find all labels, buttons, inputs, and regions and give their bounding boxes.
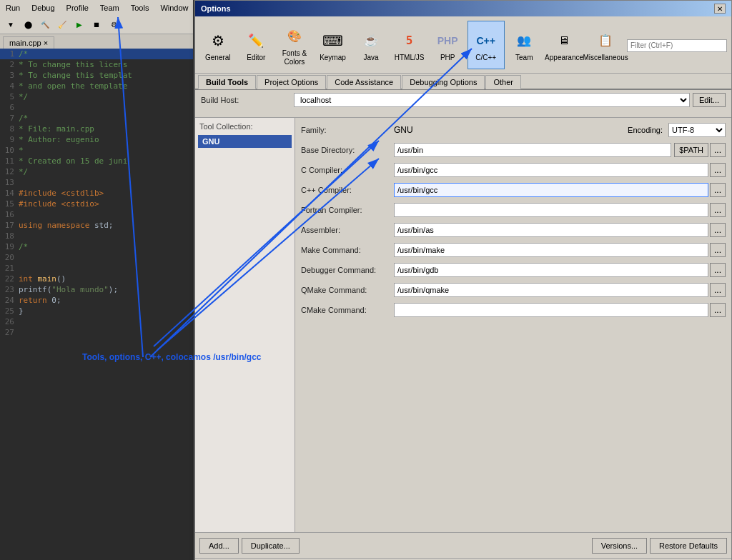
toolbar-btn-6[interactable]: ⚙ — [106, 18, 122, 32]
duplicate-button[interactable]: Duplicate... — [242, 538, 300, 554]
general-icon: ⚙ — [207, 29, 229, 52]
bottom-bar: Add... Duplicate... Versions... Restore … — [195, 532, 731, 558]
filter-input[interactable] — [627, 39, 727, 52]
icon-fonts-colors[interactable]: 🎨 Fonts & Colors — [276, 21, 313, 69]
c-compiler-browse[interactable]: ... — [710, 163, 726, 177]
qmake-command-browse[interactable]: ... — [710, 283, 726, 297]
debugger-command-input[interactable] — [394, 263, 708, 277]
debugger-command-browse[interactable]: ... — [710, 263, 726, 277]
qmake-command-row: QMake Command: ... — [301, 282, 726, 298]
qmake-command-input[interactable] — [394, 283, 708, 297]
assembler-row: Assembler: ... — [301, 222, 726, 238]
tab-debugging-options[interactable]: Debugging Options — [402, 75, 485, 89]
cpp-compiler-input-group: ... — [394, 183, 726, 197]
icon-keymap[interactable]: ⌨ Keymap — [315, 21, 352, 69]
fortran-compiler-browse[interactable]: ... — [710, 203, 726, 217]
family-row: Family: GNU Encoding: UTF-8 — [301, 122, 726, 138]
run-btn[interactable]: ▶ — [71, 18, 87, 32]
encoding-combo[interactable]: UTF-8 — [668, 123, 726, 137]
base-directory-row: Base Directory: $PATH ... — [301, 142, 726, 158]
menu-run[interactable]: Run — [3, 2, 23, 14]
build-host-label: Build Host: — [201, 96, 294, 104]
c-compiler-label: C Compiler: — [301, 166, 394, 174]
icon-appearance[interactable]: 🖥 Appearance — [544, 21, 584, 69]
editor-label: Editor — [247, 54, 265, 62]
java-icon: ☕ — [360, 29, 382, 52]
build-host-row: Build Host: localhost Edit... — [201, 93, 726, 110]
make-command-row: Make Command: ... — [301, 242, 726, 258]
editor-icon: ✏️ — [244, 29, 267, 52]
qmake-command-input-group: ... — [394, 283, 726, 297]
php-icon: PHP — [436, 29, 459, 52]
toolbar-btn-5[interactable]: ⏹ — [89, 18, 104, 32]
bottom-bar-left: Add... Duplicate... — [199, 538, 300, 554]
code-editor-area: Run Debug Profile Team Tools Window Help… — [0, 0, 193, 560]
file-tab[interactable]: main.cpp × — [3, 36, 54, 49]
c-compiler-input[interactable] — [394, 163, 708, 177]
icon-editor[interactable]: ✏️ Editor — [238, 21, 275, 69]
cmake-command-row: CMake Command: ... — [301, 302, 726, 318]
toolbar-btn-2[interactable]: ⬤ — [20, 18, 36, 32]
tab-code-assistance[interactable]: Code Assistance — [327, 75, 401, 89]
misc-icon: 📋 — [594, 29, 617, 52]
debugger-command-label: Debugger Command: — [301, 266, 394, 274]
cpp-compiler-label: C++ Compiler: — [301, 186, 394, 194]
icon-team[interactable]: 👥 Team — [506, 21, 543, 69]
build-host-combo[interactable]: localhost — [294, 93, 690, 107]
assembler-browse[interactable]: ... — [710, 223, 726, 237]
icon-cpp[interactable]: C++ C/C++ — [468, 21, 505, 69]
make-command-input[interactable] — [394, 243, 708, 257]
menu-debug[interactable]: Debug — [29, 2, 57, 14]
cmake-command-input[interactable] — [394, 303, 708, 317]
icon-general[interactable]: ⚙ General — [199, 21, 237, 69]
cpp-compiler-input[interactable] — [394, 183, 708, 197]
menu-window[interactable]: Window — [157, 2, 191, 14]
base-directory-browse[interactable]: ... — [710, 143, 726, 157]
versions-button[interactable]: Versions... — [592, 538, 647, 554]
base-directory-input[interactable] — [394, 143, 671, 157]
tab-project-options[interactable]: Project Options — [257, 75, 326, 89]
family-value-row: GNU Encoding: UTF-8 — [394, 123, 726, 137]
ide-menubar: Run Debug Profile Team Tools Window Help — [0, 0, 193, 16]
base-directory-input-group: $PATH ... — [394, 143, 726, 157]
icon-htmljs[interactable]: 5 HTML/JS — [391, 21, 428, 69]
icon-java[interactable]: ☕ Java — [352, 21, 390, 69]
icon-misc[interactable]: 📋 Miscellaneous — [585, 21, 625, 69]
toolbar-btn-4[interactable]: 🧹 — [54, 18, 70, 32]
toolbar-btn-1[interactable]: ▼ — [3, 18, 19, 32]
make-command-input-group: ... — [394, 243, 726, 257]
left-panel: Tool Collection: GNU — [195, 118, 295, 532]
tab-build-tools[interactable]: Build Tools — [198, 75, 256, 89]
tab-other[interactable]: Other — [485, 75, 521, 89]
encoding-label: Encoding: — [628, 126, 663, 134]
toolbar-btn-3[interactable]: 🔨 — [37, 18, 53, 32]
fortran-compiler-input[interactable] — [394, 203, 708, 217]
general-label: General — [205, 54, 231, 62]
close-button[interactable]: ✕ — [714, 4, 726, 14]
assembler-input[interactable] — [394, 223, 708, 237]
php-label: PHP — [440, 54, 455, 62]
make-command-browse[interactable]: ... — [710, 243, 726, 257]
menu-team[interactable]: Team — [97, 2, 122, 14]
path-button[interactable]: $PATH — [674, 143, 708, 157]
icon-php[interactable]: PHP PHP — [429, 21, 466, 69]
fonts-colors-label: Fonts & Colors — [278, 49, 311, 66]
make-command-label: Make Command: — [301, 246, 394, 254]
code-content: 1/* 2 * To change this licens 3 * To cha… — [0, 49, 193, 555]
add-button[interactable]: Add... — [199, 538, 239, 554]
icon-bar: ⚙ General ✏️ Editor 🎨 Fonts & Colors ⌨ K… — [195, 16, 731, 74]
restore-defaults-button[interactable]: Restore Defaults — [650, 538, 727, 554]
debugger-command-input-group: ... — [394, 263, 726, 277]
cmake-command-browse[interactable]: ... — [710, 303, 726, 317]
cpp-compiler-browse[interactable]: ... — [710, 183, 726, 197]
cpp-label: C/C++ — [475, 54, 496, 62]
fortran-compiler-input-group: ... — [394, 203, 726, 217]
menu-tools[interactable]: Tools — [128, 2, 152, 14]
family-value: GNU — [394, 125, 413, 135]
qmake-command-label: QMake Command: — [301, 286, 394, 294]
fonts-colors-icon: 🎨 — [283, 25, 306, 48]
tool-collection-label: Tool Collection: — [198, 121, 292, 132]
tool-collection-gnu[interactable]: GNU — [198, 135, 292, 148]
menu-profile[interactable]: Profile — [64, 2, 92, 14]
edit-button[interactable]: Edit... — [693, 93, 726, 107]
